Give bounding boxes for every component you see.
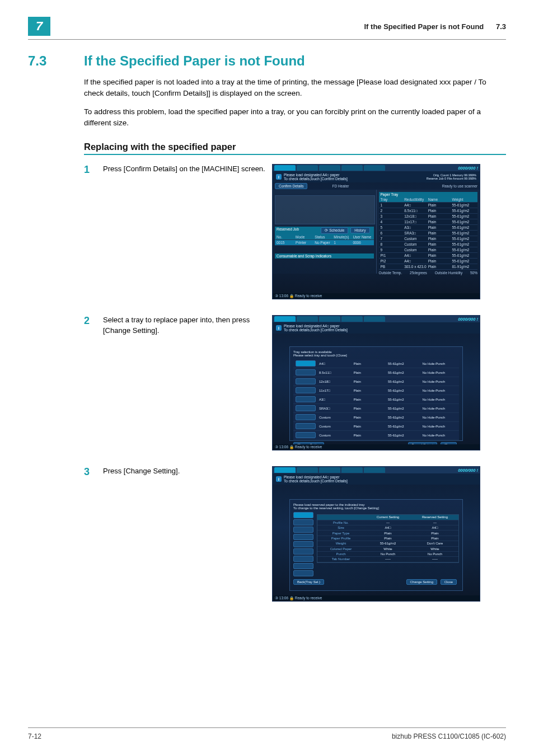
chapter-tab: 7 [28, 17, 50, 36]
tray-button[interactable] [293, 570, 313, 576]
step-1-number: 1 [84, 164, 103, 176]
tray-select-row[interactable]: A3□Plain55-61g/m2No Hole-Punch [293, 395, 459, 404]
stop-counter: 0000/000 ! [458, 317, 478, 322]
footer-product: bizhub PRESS C1100/C1085 (IC-602) [392, 732, 506, 740]
setting-row: Profile No.------ [317, 520, 458, 525]
stop-counter: 0000/000 ! [458, 468, 478, 473]
running-title-right: If the Specified Paper is not Found 7.3 [364, 22, 507, 31]
change-setting-dialog: Please load reserved paper to the indica… [289, 499, 463, 591]
tab-scan[interactable] [364, 467, 385, 473]
machine-screen-screenshot-3: 0000/000 ! i Please load designated A4□ … [272, 466, 480, 602]
subheading-replacing: Replacing with the specified paper [84, 142, 506, 155]
tray-button[interactable] [293, 563, 313, 569]
page-footer: 7-12 bizhub PRESS C1100/C1085 (IC-602) [28, 727, 506, 740]
tray-select-row[interactable]: A4□Plain55-61g/m2No Hole-Punch [293, 359, 459, 368]
tray-button[interactable] [293, 556, 313, 562]
tray1-button[interactable] [293, 512, 313, 518]
paper-tray-row[interactable]: 28.5x11□Plain55-61g/m2 [379, 208, 478, 214]
msg-line-1: Please load designated A4□ paper [284, 173, 348, 177]
setting-row: PunchNo PunchNo Punch [317, 552, 458, 557]
reserved-job-header: Reserved Job [277, 227, 299, 234]
msg-line-2: To check details,touch [Confirm Details] [284, 177, 348, 181]
machine-illustration [275, 195, 375, 224]
intro-paragraph-1: If the specified paper is not loaded int… [84, 77, 506, 98]
machine-screen-screenshot-2: 0000/000 ! i Please load designated A4□ … [272, 315, 480, 450]
paper-tray-header: Paper Tray [379, 192, 478, 197]
paper-tray-row[interactable]: 1A4□Plain55-61g/m2 [379, 203, 478, 208]
paper-tray-row[interactable]: PB303.0 x 423.0Plain81-91g/m2 [379, 264, 478, 270]
dialog-msg-2: To change to the reserved setting, touch… [293, 506, 459, 510]
col-reserved: Reserved Setting [411, 515, 458, 519]
tray-button[interactable] [293, 541, 313, 547]
close-button[interactable]: Close [441, 579, 457, 585]
tray-button[interactable] [293, 519, 313, 525]
history-button[interactable]: History [350, 227, 369, 233]
footer-page-number: 7-12 [28, 732, 41, 740]
paper-tray-row[interactable]: 312x18□Plain55-61g/m2 [379, 214, 478, 219]
paper-tray-row[interactable]: PI1A4□Plain55-61g/m2 [379, 253, 478, 259]
reserved-job-row[interactable]: 0015PrinterNo Paper10006 [275, 240, 374, 246]
dialog-msg-2: Please select tray and touch [Close] [293, 354, 459, 357]
paper-tray-row[interactable]: 411x17□Plain55-61g/m2 [379, 219, 478, 225]
paper-tray-row[interactable]: 9CustomPlain55-61g/m2 [379, 247, 478, 253]
tab-machine[interactable] [274, 316, 296, 322]
step-3: 3 Press [Change Setting]. 0000/000 ! i P… [84, 466, 506, 602]
tray-select-row[interactable]: 8.5x11□Plain55-61g/m2No Hole-Punch [293, 368, 459, 377]
tray-select-row[interactable]: SRA3□Plain55-61g/m2No Hole-Punch [293, 404, 459, 413]
tray-select-row[interactable]: 11x17□Plain55-61g/m2No Hole-Punch [293, 386, 459, 395]
setting-row: Paper ProfilePlainPlain [317, 536, 458, 541]
step-3-text: Press [Change Setting]. [103, 466, 272, 477]
tray-select-row[interactable]: CustomPlain55-61g/m2No Hole-Punch [293, 431, 459, 440]
back-button[interactable]: Back(Tray Sel.) [293, 579, 324, 585]
tab-machine[interactable] [274, 165, 296, 171]
stop-counter: 0000/000 ! [458, 166, 478, 171]
paper-tray-row[interactable]: 5A3□Plain55-61g/m2 [379, 225, 478, 231]
info-icon: i [276, 476, 282, 482]
tab-copy[interactable] [341, 165, 363, 171]
tray-button[interactable] [293, 527, 313, 533]
setting-row: SizeA4□A4□ [317, 525, 458, 530]
tab-joblist[interactable] [297, 165, 318, 171]
machine-screen-screenshot-1: 0000/000 ! i Please load designated A4□ … [272, 164, 480, 299]
paper-tray-row[interactable]: 7CustomPlain55-61g/m2 [379, 236, 478, 242]
tray-button[interactable] [293, 534, 313, 540]
running-title-text: If the Specified Paper is not Found [364, 22, 484, 31]
step-1: 1 Press [Confirm Details] on the [MACHIN… [84, 164, 506, 299]
tab-recall[interactable] [319, 467, 340, 473]
tab-joblist[interactable] [297, 316, 318, 322]
setting-row: Weight55-61g/m2Don't Care [317, 541, 458, 546]
setting-row: Tab Number---------- [317, 557, 458, 562]
tray-button[interactable] [293, 548, 313, 555]
schedule-button[interactable]: ⟳ Schedule [321, 227, 348, 234]
running-section-number: 7.3 [496, 22, 506, 31]
info-icon: i [276, 325, 282, 331]
tray-selection-dialog: Tray selection is available Please selec… [289, 346, 463, 441]
tab-joblist[interactable] [297, 467, 318, 473]
paper-tray-row[interactable]: 6SRA3□Plain55-61g/m2 [379, 231, 478, 236]
tab-copy[interactable] [341, 316, 363, 322]
running-header: 7 If the Specified Paper is not Found 7.… [28, 17, 506, 40]
step-3-number: 3 [84, 466, 103, 478]
confirm-details-button[interactable]: Confirm Details [275, 183, 307, 189]
ready-scanner-label: Ready to use scanner [442, 184, 477, 188]
paper-tray-row[interactable]: 8CustomPlain55-61g/m2 [379, 242, 478, 247]
tray-select-row[interactable]: CustomPlain55-61g/m2No Hole-Punch [293, 422, 459, 431]
intro-paragraph-2: To address this problem, load the specif… [84, 106, 506, 128]
paper-tray-row[interactable]: PI2A4□Plain55-61g/m2 [379, 259, 478, 264]
tray-select-row[interactable]: 12x18□Plain55-61g/m2No Hole-Punch [293, 377, 459, 386]
tab-recall[interactable] [319, 316, 340, 322]
tab-scan[interactable] [364, 316, 385, 322]
setting-row: Colored PaperWhiteWhite [317, 547, 458, 552]
step-2: 2 Select a tray to replace paper into, t… [84, 315, 506, 450]
tab-scan[interactable] [364, 165, 385, 171]
step-2-number: 2 [84, 315, 103, 327]
tab-machine[interactable] [274, 467, 296, 473]
change-setting-button[interactable]: Change Setting [406, 579, 437, 585]
col-current: Current Setting [364, 515, 411, 519]
section-title: If the Specified Paper is not Found [84, 53, 305, 69]
consumable-header: Consumable and Scrap Indicators [275, 253, 374, 259]
tab-recall[interactable] [319, 165, 340, 171]
tab-copy[interactable] [341, 467, 363, 473]
step-1-text: Press [Confirm Details] on the [MACHINE]… [103, 164, 272, 175]
tray-select-row[interactable]: CustomPlain55-61g/m2No Hole-Punch [293, 413, 459, 422]
